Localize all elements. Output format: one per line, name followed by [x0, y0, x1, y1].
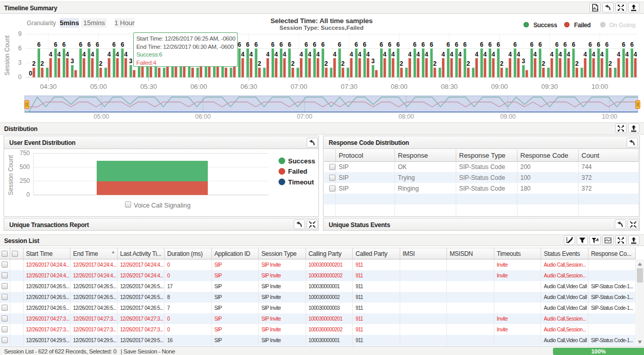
svg-text:4: 4	[366, 51, 370, 58]
svg-text:4: 4	[458, 51, 462, 58]
svg-text:04:30: 04:30	[40, 83, 57, 90]
svg-text:4: 4	[333, 51, 336, 58]
svg-text:4: 4	[508, 51, 512, 58]
svg-text:4: 4	[82, 51, 86, 58]
svg-text:4: 4	[625, 51, 629, 58]
svg-text:6: 6	[421, 41, 425, 48]
svg-text:4: 4	[583, 51, 587, 58]
svg-text:6: 6	[463, 41, 467, 48]
svg-text:4: 4	[492, 51, 495, 58]
svg-text:6: 6	[338, 41, 342, 48]
svg-text:2: 2	[400, 60, 403, 67]
svg-text:08:00: 08:00	[391, 83, 408, 90]
svg-text:4: 4	[358, 51, 362, 58]
svg-text:2: 2	[41, 60, 44, 67]
svg-text:06:00: 06:00	[195, 113, 211, 120]
svg-text:09:30: 09:30	[541, 83, 558, 90]
svg-text:06:00: 06:00	[190, 83, 207, 90]
svg-text:6: 6	[121, 41, 124, 48]
svg-text:6: 6	[555, 41, 559, 48]
svg-text:Failed: Failed	[288, 167, 308, 175]
svg-text:6: 6	[430, 41, 434, 48]
svg-text:6: 6	[54, 41, 58, 48]
svg-text:3: 3	[522, 58, 525, 65]
svg-text:2: 2	[575, 60, 579, 67]
svg-text:2: 2	[325, 60, 328, 67]
svg-text:4: 4	[450, 51, 453, 58]
svg-text:4: 4	[249, 51, 253, 58]
svg-text:6: 6	[597, 41, 600, 48]
svg-text:Session Count: Session Count	[4, 35, 11, 76]
svg-text:4: 4	[124, 51, 128, 58]
svg-text:6: 6	[397, 41, 400, 48]
svg-text:6: 6	[37, 41, 41, 48]
svg-text:250: 250	[20, 177, 30, 184]
svg-text:05:00: 05:00	[94, 113, 109, 120]
svg-text:0: 0	[26, 191, 30, 198]
svg-text:6: 6	[588, 41, 592, 48]
svg-text:6: 6	[254, 41, 258, 48]
svg-text:05:00: 05:00	[90, 83, 107, 90]
svg-text:6: 6	[455, 41, 458, 48]
svg-text:10:00: 10:00	[602, 113, 617, 120]
svg-text:4: 4	[391, 51, 395, 58]
svg-text:4: 4	[108, 51, 111, 58]
svg-text:6: 6	[630, 41, 634, 48]
svg-text:4: 4	[567, 51, 570, 58]
svg-text:2: 2	[433, 60, 437, 67]
svg-text:6: 6	[513, 41, 517, 48]
svg-text:6: 6	[87, 41, 91, 48]
svg-text:6: 6	[313, 41, 316, 48]
svg-text:09:00: 09:00	[491, 83, 508, 90]
svg-text:6: 6	[279, 41, 283, 48]
svg-text:6: 6	[62, 41, 66, 48]
svg-text:4: 4	[559, 51, 562, 58]
svg-text:06:30: 06:30	[241, 83, 258, 90]
svg-text:6: 6	[605, 41, 609, 48]
svg-text:6: 6	[271, 41, 275, 48]
svg-text:2: 2	[467, 60, 470, 67]
svg-text:6: 6	[388, 41, 391, 48]
svg-text:05:30: 05:30	[140, 83, 157, 90]
svg-text:4: 4	[299, 51, 303, 58]
svg-text:4: 4	[592, 51, 596, 58]
svg-text:3: 3	[129, 58, 133, 65]
svg-text:07:30: 07:30	[341, 83, 357, 90]
svg-text:10:00: 10:00	[592, 83, 609, 90]
svg-text:4: 4	[57, 51, 61, 58]
svg-text:2: 2	[99, 60, 102, 67]
svg-text:6: 6	[480, 41, 484, 48]
svg-text:Timeout: Timeout	[288, 178, 314, 186]
svg-text:6: 6	[413, 41, 417, 48]
svg-text:750: 750	[20, 150, 30, 157]
svg-text:4: 4	[483, 51, 487, 58]
svg-text:4: 4	[533, 51, 537, 58]
svg-text:4: 4	[516, 51, 520, 58]
svg-text:2: 2	[500, 60, 504, 67]
svg-text:4: 4	[65, 51, 69, 58]
svg-text:3: 3	[70, 58, 74, 65]
svg-text:08:30: 08:30	[441, 83, 458, 90]
svg-text:2: 2	[32, 60, 35, 67]
svg-text:6: 6	[446, 41, 450, 48]
svg-text:6: 6	[488, 41, 492, 48]
svg-text:6: 6	[305, 41, 308, 48]
svg-text:4: 4	[241, 51, 244, 58]
svg-text:4: 4	[91, 51, 94, 58]
svg-text:6: 6	[238, 41, 241, 48]
svg-text:4: 4	[49, 51, 52, 58]
svg-text:4: 4	[116, 51, 119, 58]
svg-text:4: 4	[350, 51, 353, 58]
svg-text:Session Count: Session Count	[7, 155, 14, 195]
svg-text:4: 4	[283, 51, 287, 58]
svg-text:6: 6	[18, 45, 22, 52]
svg-text:2: 2	[341, 60, 345, 67]
svg-text:6: 6	[530, 41, 533, 48]
svg-text:6: 6	[246, 41, 249, 48]
svg-text:07:00: 07:00	[297, 113, 312, 120]
svg-text:0: 0	[18, 73, 22, 81]
svg-text:4: 4	[308, 51, 311, 58]
svg-text:4: 4	[441, 51, 445, 58]
svg-text:4: 4	[383, 51, 387, 58]
svg-text:9: 9	[18, 30, 22, 38]
